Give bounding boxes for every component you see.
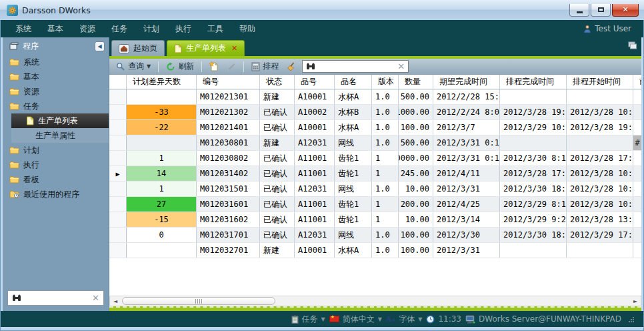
cell-version[interactable]: 1.0	[372, 89, 399, 104]
column-header-编号[interactable]: 编号	[197, 75, 260, 89]
cell-status[interactable]: 已确认	[260, 105, 295, 119]
sidebar-item-计划[interactable]: 计划	[3, 143, 109, 157]
cell-sched_start[interactable]: 2012/3/29 17:46	[567, 228, 633, 242]
cell-sched_start[interactable]: 2012/3/28 17:13	[567, 151, 633, 166]
row-selector[interactable]	[109, 212, 127, 227]
cell-qty[interactable]: 10000.00	[399, 151, 433, 166]
cell-sched_start[interactable]	[567, 89, 633, 104]
cell-status[interactable]: 已确认	[260, 166, 295, 181]
cell-item_name[interactable]: 网线	[335, 228, 372, 242]
new-button[interactable]	[207, 60, 221, 73]
cell-version[interactable]: 1.0	[372, 105, 399, 119]
cell-qty[interactable]: 200.00	[399, 197, 433, 212]
table-row[interactable]: ▶14M012031402已确认A11001齿轮11245.002012/4/1…	[109, 166, 641, 182]
cell-status[interactable]: 新建	[260, 135, 295, 150]
sidebar-collapse-button[interactable]: ◀	[95, 41, 105, 51]
horizontal-scrollbar[interactable]: ◄ ►	[109, 296, 641, 306]
cell-sched_start[interactable]: 2012/3/28 10:52	[567, 197, 633, 212]
cell-status[interactable]: 新建	[260, 243, 295, 258]
cell-item_name[interactable]: 齿轮1	[335, 151, 372, 166]
sidebar-item-生产单属性[interactable]: 生产单属性	[11, 128, 109, 143]
cell-item_no[interactable]: A10001	[295, 243, 335, 258]
refresh-button[interactable]: 刷新	[163, 59, 197, 73]
resize-grip[interactable]	[628, 316, 634, 322]
cell-status[interactable]: 已确认	[260, 228, 295, 242]
cell-item_name[interactable]: 齿轮1	[335, 166, 372, 181]
cell-item_no[interactable]: A11001	[295, 166, 335, 181]
cell-qty[interactable]: 500.00	[399, 89, 433, 104]
cell-version[interactable]: 1.0	[372, 120, 399, 135]
cell-diff[interactable]	[127, 89, 197, 104]
clean-button[interactable]	[284, 61, 299, 73]
cell-item_no[interactable]: A12031	[295, 228, 335, 242]
column-header-期望完成时间[interactable]: 期望完成时间	[433, 75, 500, 89]
cell-qty[interactable]: 10.00	[399, 212, 433, 227]
row-selector[interactable]	[109, 151, 127, 166]
user-indicator[interactable]: Test User	[583, 24, 637, 33]
column-header-品号[interactable]: 品号	[295, 75, 335, 89]
scroll-right-icon[interactable]: ►	[630, 296, 641, 306]
column-header-排程开始时间[interactable]: 排程开始时间	[567, 75, 633, 89]
menu-item-帮助[interactable]: 帮助	[231, 21, 263, 37]
column-header-计划差异天数[interactable]: 计划差异天数	[127, 75, 197, 89]
sidebar-item-任务[interactable]: 任务	[3, 99, 109, 113]
row-selector[interactable]	[109, 89, 127, 104]
cell-expect[interactable]: 2012/2/24 8:00	[433, 105, 500, 119]
grid-filter-input[interactable]	[319, 61, 394, 72]
cell-extra[interactable]	[633, 105, 641, 119]
cell-code[interactable]: M012031601	[197, 197, 260, 212]
cell-item_name[interactable]: 水杯B	[335, 105, 372, 119]
cell-sched_end[interactable]	[500, 243, 567, 258]
tab-close-icon[interactable]: ✕	[231, 44, 237, 53]
menu-item-资源[interactable]: 资源	[71, 21, 103, 37]
cell-sched_start[interactable]: 2012/3/28 19:10	[567, 120, 633, 135]
cell-extra[interactable]	[633, 89, 641, 104]
cell-status[interactable]: 已确认	[260, 182, 295, 196]
cell-qty[interactable]: 100.00	[399, 243, 433, 258]
cell-expect[interactable]: 2012/2/28 15:00	[433, 89, 500, 104]
cell-expect[interactable]: 2012/4/11	[433, 166, 500, 181]
cell-expect[interactable]: 2012/4/25	[433, 197, 500, 212]
window-list-icon[interactable]	[627, 41, 637, 50]
cell-sched_start[interactable]: 2012/3/28 10:52	[567, 105, 633, 119]
close-button[interactable]: ✕	[612, 4, 639, 17]
menu-item-基本[interactable]: 基本	[39, 21, 71, 37]
sidebar-item-生产单列表[interactable]: 生产单列表	[11, 113, 109, 128]
cell-item_no[interactable]: A11001	[295, 151, 335, 166]
cell-diff[interactable]: -33	[127, 105, 197, 119]
table-row[interactable]: M012021301新建A10001水杯A1.0500.002012/2/28 …	[109, 89, 641, 105]
cell-version[interactable]: 1.0	[372, 135, 399, 150]
cell-sched_start[interactable]: 2012/3/28 10:52	[567, 166, 633, 181]
cell-diff[interactable]: -15	[127, 212, 197, 227]
table-row[interactable]: -15M012031602已确认A11001齿轮1110.002012/3/14…	[109, 212, 641, 228]
menu-item-工具[interactable]: 工具	[199, 21, 231, 37]
cell-version[interactable]: 1.0	[372, 228, 399, 242]
column-header-版本[interactable]: 版本	[372, 75, 399, 89]
cell-status[interactable]: 已确认	[260, 197, 295, 212]
scroll-left-icon[interactable]: ◄	[110, 296, 121, 306]
cell-item_no[interactable]: A12031	[295, 182, 335, 196]
status-task-menu[interactable]: 任务 ▼	[291, 314, 325, 325]
cell-item_name[interactable]: 齿轮1	[335, 212, 372, 227]
cell-item_name[interactable]: 水杯A	[335, 243, 372, 258]
sidebar-item-看板[interactable]: 看板	[3, 172, 109, 187]
cell-code[interactable]: M012031501	[197, 182, 260, 196]
sidebar-item-系统[interactable]: 系统	[3, 55, 109, 69]
edit-button[interactable]	[224, 61, 239, 73]
table-row[interactable]: -33M012021302已确认A10002水杯B1.01000.002012/…	[109, 105, 641, 120]
sidebar-item-执行[interactable]: 执行	[3, 157, 109, 172]
cell-code[interactable]: M012021302	[197, 105, 260, 119]
cell-diff[interactable]	[127, 243, 197, 258]
cell-qty[interactable]: 245.00	[399, 166, 433, 181]
current-row-marker[interactable]: ▶	[109, 166, 127, 181]
menu-item-任务[interactable]: 任务	[103, 21, 135, 37]
cell-diff[interactable]: 0	[127, 228, 197, 242]
cell-diff[interactable]: -22	[127, 120, 197, 135]
cell-version[interactable]: 1.0	[372, 243, 399, 258]
cell-sched_end[interactable]: 2012/3/29 10:20	[500, 120, 567, 135]
cell-sched_end[interactable]: 2012/3/28 19:10	[500, 105, 567, 119]
cell-sched_start[interactable]: 2012/3/28 13:40	[567, 212, 633, 227]
row-selector[interactable]	[109, 243, 127, 258]
cell-status[interactable]: 新建	[260, 89, 295, 104]
cell-version[interactable]: 1	[372, 166, 399, 181]
